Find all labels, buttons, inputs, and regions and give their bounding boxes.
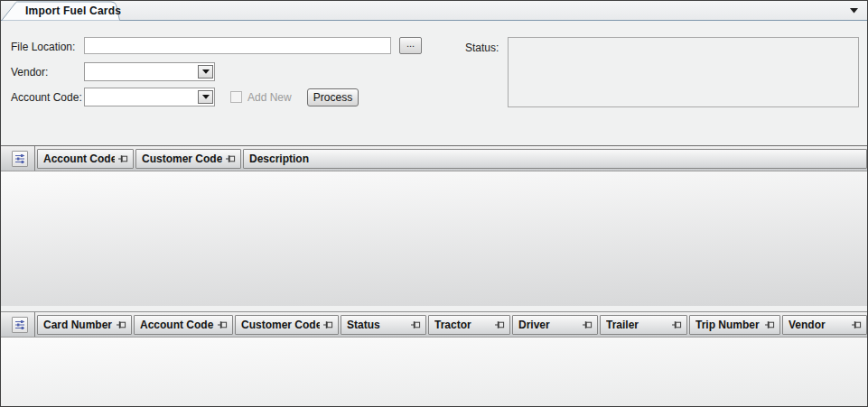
column-header-status[interactable]: Status [341, 315, 426, 335]
import-fuel-cards-window: Import Fuel Cards File Location: ... Ven… [0, 0, 868, 407]
cards-grid-body [1, 338, 867, 407]
status-label: Status: [465, 42, 499, 54]
pin-icon[interactable] [218, 320, 228, 329]
vendor-label: Vendor: [11, 66, 48, 79]
vendor-dropdown-button[interactable] [198, 65, 213, 79]
add-new-checkbox[interactable] [230, 91, 242, 103]
column-chooser-icon [14, 153, 26, 165]
import-form-panel: File Location: ... Vendor: Account Code:… [1, 22, 867, 145]
column-header-description[interactable]: Description [243, 149, 867, 169]
column-header-account-code[interactable]: Account Code [37, 149, 134, 169]
account-code-dropdown-button[interactable] [198, 90, 213, 104]
cards-grid-header: Card Number Account Code [1, 312, 867, 338]
status-box [508, 37, 859, 107]
file-location-label: File Location: [11, 41, 75, 53]
column-header-card-number[interactable]: Card Number [37, 315, 132, 335]
pin-icon[interactable] [852, 320, 862, 329]
account-code-label: Account Code: [11, 91, 82, 104]
column-chooser-icon [14, 319, 26, 331]
column-chooser-button[interactable] [12, 317, 28, 333]
add-new-label: Add New [247, 91, 292, 104]
tab-strip: Import Fuel Cards [1, 1, 867, 21]
column-header-customer-code[interactable]: Customer Code [235, 315, 339, 335]
chevron-down-icon [850, 8, 858, 14]
column-header-driver[interactable]: Driver [512, 315, 598, 335]
pin-icon[interactable] [672, 320, 682, 329]
process-button[interactable]: Process [307, 88, 359, 106]
pin-icon[interactable] [583, 320, 593, 329]
pin-icon[interactable] [323, 320, 333, 329]
accounts-grid-indicator-cell [1, 146, 35, 171]
tab-label: Import Fuel Cards [25, 5, 121, 17]
accounts-grid-header: Account Code Customer Code [1, 146, 867, 171]
column-header-tractor[interactable]: Tractor [428, 315, 510, 335]
pin-icon[interactable] [118, 154, 128, 163]
pin-icon[interactable] [411, 320, 421, 329]
file-location-input[interactable] [84, 37, 391, 54]
column-header-trailer[interactable]: Trailer [600, 315, 687, 335]
chevron-down-icon [202, 69, 210, 74]
column-header-account-code[interactable]: Account Code [134, 315, 233, 335]
column-header-vendor[interactable]: Vendor [782, 315, 867, 335]
pin-icon[interactable] [226, 154, 236, 163]
column-header-trip-number[interactable]: Trip Number [689, 315, 780, 335]
pin-icon[interactable] [765, 320, 775, 329]
account-code-combobox[interactable] [84, 88, 215, 106]
accounts-grid-body [1, 171, 867, 306]
column-chooser-button[interactable] [12, 151, 28, 167]
cards-grid: Card Number Account Code [1, 311, 867, 407]
column-header-customer-code[interactable]: Customer Code [135, 149, 241, 169]
vendor-combobox[interactable] [84, 62, 215, 81]
cards-grid-indicator-cell [1, 312, 35, 338]
pin-icon[interactable] [495, 320, 505, 329]
tab-overflow-button[interactable] [847, 5, 860, 17]
chevron-down-icon [202, 95, 210, 99]
accounts-grid: Account Code Customer Code [1, 145, 867, 306]
pin-icon[interactable] [117, 320, 126, 329]
browse-button[interactable]: ... [399, 37, 422, 54]
